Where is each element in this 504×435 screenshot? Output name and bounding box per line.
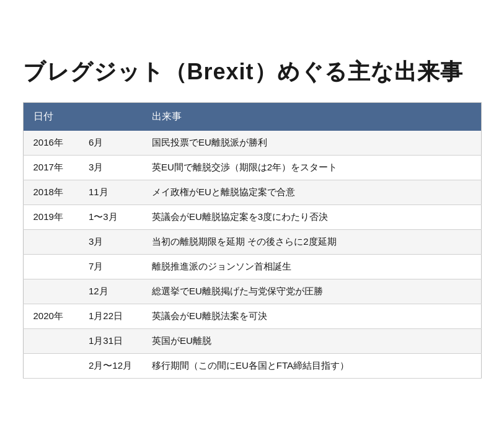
cell-event: 移行期間（この間にEU各国とFTA締結目指す） [142,353,481,378]
cell-year [23,254,79,279]
main-container: ブレグジット（Brexit）めぐる主な出来事 日付 出来事 2016年6月国民投… [17,45,488,391]
cell-month: 3月 [79,155,142,180]
cell-year [23,279,79,304]
events-table: 日付 出来事 2016年6月国民投票でEU離脱派が勝利2017年3月英EU間で離… [23,102,482,379]
table-row: 2017年3月英EU間で離脱交渉（期限は2年）をスタート [23,155,481,180]
table-row: 2016年6月国民投票でEU離脱派が勝利 [23,131,481,156]
table-row: 2020年1月22日英議会がEU離脱法案を可決 [23,304,481,328]
cell-year: 2017年 [23,155,79,180]
cell-year: 2019年 [23,204,79,229]
page-title: ブレグジット（Brexit）めぐる主な出来事 [23,57,482,87]
cell-month: 3月 [79,229,142,254]
cell-month: 7月 [79,254,142,279]
cell-month: 2月〜12月 [79,353,142,378]
cell-year: 2016年 [23,131,79,156]
cell-month: 6月 [79,131,142,156]
cell-month: 1〜3月 [79,204,142,229]
cell-event: メイ政権がEUと離脱協定案で合意 [142,180,481,204]
cell-event: 英EU間で離脱交渉（期限は2年）をスタート [142,155,481,180]
table-row: 1月31日英国がEU離脱 [23,328,481,353]
cell-year [23,353,79,378]
cell-year: 2018年 [23,180,79,204]
cell-event: 英国がEU離脱 [142,328,481,353]
table-row: 7月離脱推進派のジョンソン首相誕生 [23,254,481,279]
cell-year: 2020年 [23,304,79,328]
cell-event: 国民投票でEU離脱派が勝利 [142,131,481,156]
cell-month: 1月31日 [79,328,142,353]
table-row: 2019年1〜3月英議会がEU離脱協定案を3度にわたり否決 [23,204,481,229]
cell-month: 11月 [79,180,142,204]
cell-month: 12月 [79,279,142,304]
table-row: 2月〜12月移行期間（この間にEU各国とFTA締結目指す） [23,353,481,378]
cell-year [23,328,79,353]
table-row: 3月当初の離脱期限を延期 その後さらに2度延期 [23,229,481,254]
cell-month: 1月22日 [79,304,142,328]
header-event: 出来事 [142,102,481,131]
cell-event: 英議会がEU離脱協定案を3度にわたり否決 [142,204,481,229]
header-date: 日付 [23,102,142,131]
cell-event: 英議会がEU離脱法案を可決 [142,304,481,328]
table-header-row: 日付 出来事 [23,102,481,131]
table-row: 12月総選挙でEU離脱掲げた与党保守党が圧勝 [23,279,481,304]
cell-event: 総選挙でEU離脱掲げた与党保守党が圧勝 [142,279,481,304]
table-row: 2018年11月メイ政権がEUと離脱協定案で合意 [23,180,481,204]
cell-event: 離脱推進派のジョンソン首相誕生 [142,254,481,279]
cell-year [23,229,79,254]
cell-event: 当初の離脱期限を延期 その後さらに2度延期 [142,229,481,254]
